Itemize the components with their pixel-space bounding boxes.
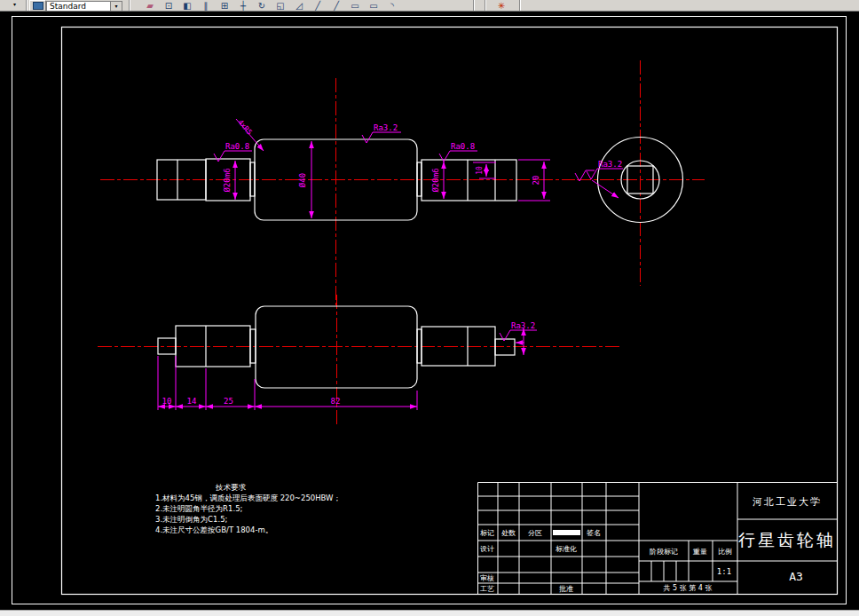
toolbar-panel-edge xyxy=(519,0,521,12)
roughness-left: Ra0.8 xyxy=(225,142,249,151)
chevron-down-icon[interactable]: ▾ xyxy=(110,2,122,12)
roughness-bottom: Ra3.2 xyxy=(511,321,535,330)
prev-combo-arrow-icon[interactable]: ▾ xyxy=(13,1,16,7)
chamfer-icon[interactable]: ▭ xyxy=(366,0,382,12)
tech-req-item-2: 2.未注明圆角半径为R1.5; xyxy=(155,504,242,515)
sheet-info: 共 5 张 第 4 张 xyxy=(664,583,713,593)
label-design: 设计 xyxy=(480,544,494,554)
label-scale: 比例 xyxy=(718,547,732,557)
dim-height20: 20 xyxy=(532,176,540,186)
centerlines xyxy=(98,60,705,424)
dim-len10: 10 xyxy=(162,397,172,406)
dim-fillet-note: 4xR5 xyxy=(236,118,254,137)
dim-len14: 14 xyxy=(187,397,197,406)
tech-req-item-4: 4.未注尺寸公差按GB/T 1804-m。 xyxy=(155,525,272,536)
move-icon[interactable]: ┼ xyxy=(235,0,251,12)
part-name: 行星齿轮轴 xyxy=(738,529,836,552)
label-zone: 分区 xyxy=(528,528,542,538)
roughness-end: Ra3.2 xyxy=(598,160,622,169)
label-process: 工艺 xyxy=(480,584,494,594)
dim-len25: 25 xyxy=(224,397,233,406)
copy-icon[interactable]: ⊡ xyxy=(161,0,177,12)
style-combobox[interactable]: Standard ▾ xyxy=(46,1,122,12)
layer-properties-button[interactable] xyxy=(29,0,46,12)
label-weight: 重量 xyxy=(693,547,707,557)
label-approve: 批准 xyxy=(559,584,573,594)
style-combobox-value: Standard xyxy=(50,2,86,11)
dim-dia20-right: Ø20m6 xyxy=(431,168,440,192)
explode-icon[interactable]: ✳ xyxy=(493,0,509,12)
mirror-icon[interactable]: ◧ xyxy=(179,0,195,12)
scale-icon[interactable]: ◱ xyxy=(272,0,288,12)
tech-req-item-1: 1.材料为45钢，调质处理后表面硬度 220~250HBW； xyxy=(155,494,341,504)
label-count: 处数 xyxy=(501,528,516,538)
roughness-top: Ra3.2 xyxy=(374,123,398,132)
redacted-bar xyxy=(553,530,580,535)
fillet-icon[interactable]: ◝ xyxy=(384,0,400,12)
cad-application-window: ▾ Standard ▾ ▰ ⊡ ◧ ∥ ⊞ ┼ ↻ ◱ ◿ ╱ ╱ ▭ ▭ ◝… xyxy=(0,0,859,616)
drawing-viewport[interactable]: Ø20m6 Ø40 Ø20m6 10 20 4xR5 10 14 25 82 R… xyxy=(0,0,859,616)
toolbar-separator xyxy=(26,0,28,12)
roughness-symbols xyxy=(214,132,623,341)
label-signature: 签名 xyxy=(587,528,601,538)
dim-dia20-left: Ø20m6 xyxy=(223,168,232,192)
label-stage-mark: 阶段标记 xyxy=(650,547,678,557)
sheet-border xyxy=(12,17,847,604)
scale-value: 1:1 xyxy=(717,567,731,576)
tech-req-title: 技术要求 xyxy=(216,483,246,494)
array-icon[interactable]: ⊞ xyxy=(217,0,232,12)
erase-icon[interactable]: ▰ xyxy=(142,0,158,12)
dimension-texts: Ø20m6 Ø40 Ø20m6 10 20 4xR5 10 14 25 82 R… xyxy=(162,118,623,406)
toolbar-separator xyxy=(473,0,475,12)
label-standardization: 标准化 xyxy=(556,544,577,554)
layer-icon xyxy=(33,2,43,10)
status-strip xyxy=(0,610,859,616)
university-name: 河北工业大学 xyxy=(753,495,822,509)
extend-icon[interactable]: ╱ xyxy=(328,0,344,12)
break-icon[interactable]: ▭ xyxy=(347,0,363,12)
tech-req-item-3: 3.未注明倒角为C1.5; xyxy=(155,515,227,525)
label-review: 审核 xyxy=(480,573,494,583)
label-mark: 标记 xyxy=(480,528,494,538)
paper-size: A3 xyxy=(789,570,803,583)
toolbar-separator xyxy=(485,0,486,12)
trim-icon[interactable]: ╱ xyxy=(310,0,326,12)
dim-len82: 82 xyxy=(331,397,341,406)
dim-dia40: Ø40 xyxy=(298,173,307,187)
rotate-icon[interactable]: ↻ xyxy=(254,0,270,12)
dim-height10: 10 xyxy=(476,166,484,175)
toolbar-separator xyxy=(129,0,130,12)
roughness-right: Ra0.8 xyxy=(451,142,475,151)
stretch-icon[interactable]: ◿ xyxy=(291,0,307,12)
toolbar: ▾ Standard ▾ ▰ ⊡ ◧ ∥ ⊞ ┼ ↻ ◱ ◿ ╱ ╱ ▭ ▭ ◝… xyxy=(0,0,859,12)
offset-icon[interactable]: ∥ xyxy=(198,0,214,12)
